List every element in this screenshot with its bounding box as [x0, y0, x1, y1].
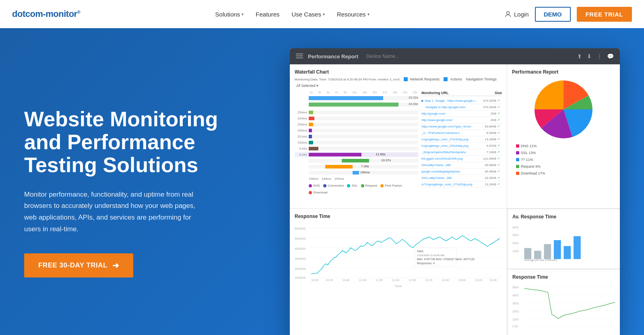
url-row: /c/googlelogo_color_272x92dp.png 13.19KB… — [421, 136, 502, 143]
nav-features[interactable]: Features — [256, 11, 279, 18]
wf-row-6: 200ms — [295, 128, 418, 133]
wf-row-2: 24.30s — [295, 102, 418, 107]
hero-section: Website Monitoring and Performance Testi… — [0, 28, 644, 335]
svg-text:11/21/2016 11:30:45.405: 11/21/2016 11:30:45.405 — [417, 254, 445, 257]
av-response-title: Av. Response Time — [512, 214, 615, 220]
dashboard-header: Performance Report Device Name... ⬆ ⬇ ⋮ … — [290, 48, 620, 64]
wf-row-8: 232ms — [295, 140, 418, 145]
response-time-panel-main: Response Time 600000 500000 400000 30000… — [290, 209, 507, 335]
dashboard-title: Performance Report — [308, 53, 358, 60]
svg-text:1000: 1000 — [512, 318, 518, 321]
svg-text:0.40: 0.40 — [512, 325, 518, 328]
response-time-chart-main: 600000 500000 400000 300000 200000 10000… — [295, 222, 502, 282]
pie-chart — [531, 77, 596, 142]
svg-text:300000: 300000 — [295, 257, 306, 261]
bar-green — [309, 103, 398, 107]
share-icon[interactable]: ⬆ — [577, 53, 582, 60]
url-row: ▶ Step 1: Google - https://www.google.co… — [421, 98, 502, 104]
dashboard-device: Device Name... — [366, 53, 399, 59]
wf-row-9: 0.63s — [295, 146, 418, 151]
nav-solutions[interactable]: Solutions ▾ — [215, 11, 244, 18]
svg-text:4000: 4000 — [512, 226, 518, 229]
response-time-title: Response Time — [295, 214, 502, 219]
url-row: google.com/talkgadget/photo 46.99KB ↗ — [421, 169, 502, 175]
svg-rect-36 — [544, 244, 551, 259]
svg-text:10:00: 10:00 — [311, 279, 318, 282]
url-row: http://google.com/ 2KB ↗ — [421, 111, 502, 117]
waterfall-title: Waterfall Chart — [295, 69, 502, 75]
url-row: lh3.ggpht.com/2hHuDOhR.png 141.05KB ↗ — [421, 156, 502, 162]
dashboard-mockup: Performance Report Device Name... ⬆ ⬇ ⋮ … — [290, 48, 620, 335]
nav-use-cases[interactable]: Use Cases ▾ — [292, 11, 325, 18]
svg-text:3000: 3000 — [512, 302, 518, 305]
wf-row-5: 254ms — [295, 122, 418, 127]
svg-text:200000: 200000 — [295, 267, 306, 271]
cta-button[interactable]: FREE 30-DAY TRIAL ➜ — [24, 253, 133, 277]
url-row: http://www.google.com/ 2KB ↗ — [421, 117, 502, 123]
svg-text:10:20: 10:20 — [326, 279, 333, 282]
svg-rect-38 — [564, 246, 571, 259]
svg-text:11:40: 11:40 — [392, 279, 399, 282]
network-checkbox — [404, 77, 408, 81]
svg-text:12:20: 12:20 — [425, 279, 432, 282]
download-icon[interactable]: ⬇ — [587, 53, 592, 60]
dashboard-bottom: Response Time 600000 500000 400000 30000… — [290, 209, 620, 335]
url-row: Navigate to http://google.com/ 374.52KB … — [421, 104, 502, 111]
waterfall-meta: Monitoring Data, Time: 7/28/2018 at 9:20… — [295, 77, 502, 88]
chevron-down-icon: ▾ — [242, 12, 244, 16]
svg-text:400000: 400000 — [295, 247, 306, 251]
performance-report-panel: Performance Report — [507, 64, 620, 209]
response-time-small-line — [524, 288, 615, 319]
free-trial-button[interactable]: FREE TRIAL — [577, 7, 632, 22]
av-response-panel: Av. Response Time 4000 3000 2000 1000 — [507, 209, 620, 269]
svg-rect-34 — [524, 248, 531, 259]
nav-resources[interactable]: Resources ▾ — [337, 11, 369, 18]
svg-rect-35 — [534, 251, 541, 259]
url-row: 2041wBpTr4wot...286 46.99KB ↗ — [421, 162, 502, 169]
response-time-chart-small: 5000 4000 3000 2000 1000 0.40 — [512, 282, 615, 331]
bottom-times: 158ms 148ms 153ms — [309, 177, 418, 181]
svg-text:Start:: Start: — [417, 250, 424, 253]
navbar-actions: Login DEMO FREE TRIAL — [504, 7, 632, 22]
wf-row-11: 10.37s — [295, 158, 418, 163]
waterfall-content: 1s 3s 5s 7s 9s 11s 13s 15s 17s 19s — [295, 91, 502, 203]
svg-text:MIN: 4797735 AVG: 4706337 MAX:: MIN: 4797735 AVG: 4706337 MAX: 4077132 — [417, 258, 475, 261]
menu-icon — [296, 53, 303, 59]
actions-checkbox — [444, 77, 448, 81]
dashboard-preview: Performance Report Device Name... ⬆ ⬇ ⋮ … — [250, 48, 620, 335]
response-time-line — [311, 236, 500, 274]
svg-text:12:00: 12:00 — [409, 279, 416, 282]
svg-text:10:40: 10:40 — [342, 279, 349, 282]
chevron-down-icon: ▾ — [323, 12, 325, 16]
user-icon — [504, 10, 512, 18]
waterfall-legend: DNS Connection SSL — [309, 184, 418, 194]
chevron-down-icon: ▾ — [367, 12, 369, 16]
wf-row-4: 324ms — [295, 116, 418, 121]
url-row: https://www.google.com/?gws_rd=ssl 63.84… — [421, 123, 502, 130]
wf-row-1: 23.22s — [295, 95, 418, 101]
svg-text:100000: 100000 — [295, 276, 306, 280]
svg-text:13:00: 13:00 — [458, 279, 466, 282]
av-response-chart: 4000 3000 2000 1000 Aver — [512, 222, 615, 262]
hero-description: Monitor performance, functionality, and … — [24, 189, 209, 236]
wf-row-13: 190ms — [295, 170, 418, 175]
svg-rect-37 — [554, 240, 561, 259]
time-axis: 1s 3s 5s 7s 9s 11s 13s 15s 17s 19s — [295, 91, 418, 94]
svg-text:600000: 600000 — [295, 227, 306, 230]
more-icon[interactable]: ⋮ — [597, 53, 602, 60]
hero-content: Website Monitoring and Performance Testi… — [24, 108, 225, 277]
svg-text:Responses: 4: Responses: 4 — [417, 262, 435, 265]
perf-chart-area: DNS 11% SSL 13% ?? 11% — [512, 77, 615, 182]
demo-button[interactable]: DEMO — [535, 7, 571, 22]
svg-text:13:20: 13:20 — [475, 279, 482, 282]
url-row: /c/googlelogo_color_120x44dp.png 4.97KB … — [421, 143, 502, 149]
svg-text:11:00: 11:00 — [359, 279, 366, 282]
logo[interactable]: dotcom-monitor® — [12, 9, 80, 19]
login-button[interactable]: Login — [504, 10, 529, 18]
svg-text:11:20: 11:20 — [376, 279, 383, 282]
wf-row-3: 254ms — [295, 110, 418, 115]
dashboard-body: Waterfall Chart Monitoring Data, Time: 7… — [290, 64, 620, 209]
chat-icon[interactable]: 💬 — [607, 53, 614, 60]
waterfall-panel: Waterfall Chart Monitoring Data, Time: 7… — [290, 64, 507, 209]
url-row: /c/Tc/googlelogo_color_272x92dp.png 13.1… — [421, 181, 502, 188]
